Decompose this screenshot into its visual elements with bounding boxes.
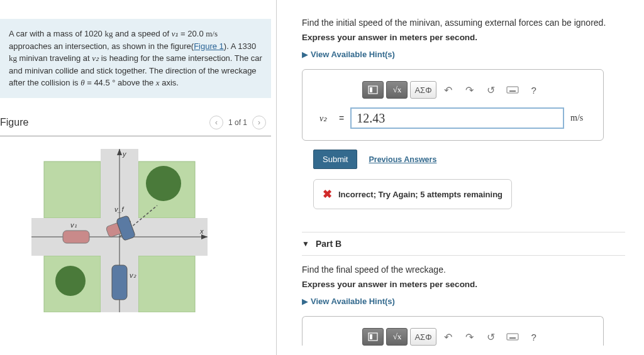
figure-counter: 1 of 1 — [228, 118, 247, 127]
svg-rect-34 — [370, 334, 372, 339]
part-a-question: Find the initial speed of the minivan, a… — [302, 18, 625, 28]
keyboard-icon[interactable] — [503, 81, 522, 99]
reset-icon[interactable]: ↺ — [482, 328, 501, 346]
feedback-message: ✖ Incorrect; Try Again; 5 attempts remai… — [313, 179, 512, 209]
svg-text:x: x — [199, 227, 204, 235]
answer-variable: v₂ — [314, 113, 333, 124]
part-b-question: Find the final speed of the wreckage. — [302, 265, 625, 275]
sqrt-button[interactable]: √x — [386, 81, 408, 99]
caret-down-icon[interactable]: ▼ — [302, 239, 309, 248]
answer-input[interactable] — [350, 107, 564, 129]
caret-right-icon: ▶ — [302, 50, 308, 59]
greek-button[interactable]: ΑΣΦ — [410, 328, 436, 346]
redo-icon[interactable]: ↷ — [460, 81, 479, 99]
equals-sign: = — [339, 113, 344, 123]
svg-rect-25 — [370, 87, 372, 92]
part-b-instruction: Express your answer in meters per second… — [302, 280, 625, 289]
undo-icon[interactable]: ↶ — [439, 328, 458, 346]
reset-icon[interactable]: ↺ — [482, 81, 501, 99]
problem-statement: A car with a mass of 1020 kg and a speed… — [0, 19, 271, 98]
svg-rect-19 — [112, 265, 127, 300]
svg-text:v₁: v₁ — [70, 221, 77, 229]
previous-answers-link[interactable]: Previous Answers — [369, 155, 436, 164]
undo-icon[interactable]: ↶ — [439, 81, 458, 99]
template-button[interactable] — [362, 328, 384, 346]
svg-rect-1 — [44, 161, 101, 218]
part-b-label: Part B — [316, 239, 341, 249]
view-hints-link[interactable]: View Available Hint(s) — [311, 50, 395, 59]
svg-text:v_f: v_f — [114, 205, 125, 213]
help-icon[interactable]: ? — [525, 81, 543, 99]
svg-rect-35 — [507, 334, 518, 340]
view-hints-link-b[interactable]: View Available Hint(s) — [311, 297, 395, 306]
figure-link[interactable]: Figure 1 — [194, 41, 224, 51]
redo-icon[interactable]: ↷ — [460, 328, 479, 346]
svg-text:v₂: v₂ — [130, 271, 136, 279]
svg-rect-26 — [507, 87, 518, 93]
caret-right-icon: ▶ — [302, 297, 308, 306]
svg-rect-4 — [138, 256, 195, 312]
answer-box-part-b: √x ΑΣΦ ↶ ↷ ↺ ? — [302, 316, 604, 346]
sqrt-button[interactable]: √x — [386, 328, 408, 346]
part-a-instruction: Express your answer in meters per second… — [302, 33, 625, 42]
figure-title: Figure — [0, 117, 28, 128]
figure-next-button[interactable]: › — [252, 116, 266, 129]
submit-button[interactable]: Submit — [313, 150, 357, 169]
svg-rect-17 — [63, 231, 89, 243]
figure-image: y x θ v₁ v₂ v_f — [31, 149, 276, 314]
keyboard-icon[interactable] — [503, 328, 522, 346]
svg-point-6 — [55, 266, 86, 296]
answer-box-part-a: √x ΑΣΦ ↶ ↷ ↺ ? v₂ = m/s — [302, 69, 604, 141]
answer-unit: m/s — [570, 113, 592, 123]
svg-point-5 — [146, 166, 181, 201]
figure-prev-button[interactable]: ‹ — [209, 116, 223, 129]
incorrect-icon: ✖ — [323, 187, 332, 201]
help-icon[interactable]: ? — [525, 328, 543, 346]
template-button[interactable] — [362, 81, 384, 99]
greek-button[interactable]: ΑΣΦ — [410, 81, 436, 99]
